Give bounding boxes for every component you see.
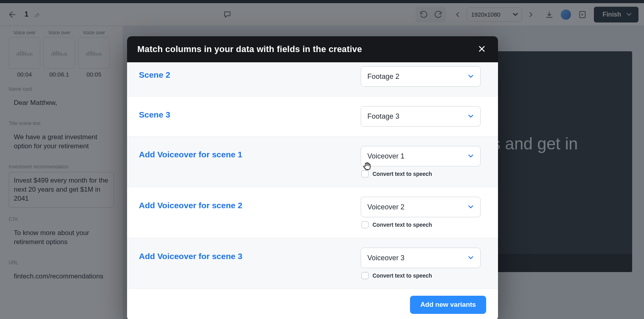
column-select-value: Voiceover 1	[367, 152, 404, 160]
column-select[interactable]: Voiceover 1	[361, 146, 481, 166]
mapping-row-controls: Voiceover 2Convert text to speech	[361, 197, 481, 228]
field-label: Add Voiceover for scene 3	[139, 248, 242, 261]
tts-label: Convert text to speech	[373, 272, 432, 279]
chevron-down-icon	[468, 205, 474, 209]
tts-checkbox[interactable]	[361, 221, 369, 228]
field-label: Scene 2	[139, 66, 170, 80]
tts-checkbox[interactable]	[361, 272, 369, 279]
mapping-row: Add Voiceover for scene 3Voiceover 3Conv…	[127, 238, 498, 289]
field-label: Add Voiceover for scene 2	[139, 197, 242, 210]
tts-option: Convert text to speech	[361, 221, 432, 228]
field-label: Add Voiceover for scene 1	[139, 146, 242, 159]
mapping-row: Add Voiceover for scene 2Voiceover 2Conv…	[127, 187, 498, 238]
column-select[interactable]: Footage 2	[361, 66, 481, 87]
add-new-variants-button[interactable]: Add new variants	[410, 296, 486, 314]
tts-option: Convert text to speech	[361, 170, 432, 177]
mapping-row-controls: Voiceover 1Convert text to speech	[361, 146, 481, 177]
chevron-down-icon	[468, 256, 474, 260]
column-select-value: Voiceover 2	[367, 203, 404, 211]
chevron-down-icon	[468, 115, 474, 118]
column-select[interactable]: Voiceover 2	[361, 197, 481, 217]
mapping-row: Scene 3Footage 3	[127, 96, 498, 136]
mapping-row-controls: Footage 3	[361, 106, 481, 127]
column-mapping-modal: Match columns in your data with fields i…	[127, 36, 498, 319]
tts-option: Convert text to speech	[361, 272, 432, 279]
column-select-value: Footage 3	[367, 112, 399, 121]
mapping-rows[interactable]: Scene 2Footage 2Scene 3Footage 3Add Voic…	[127, 62, 498, 289]
modal-body: Scene 2Footage 2Scene 3Footage 3Add Voic…	[127, 62, 498, 289]
chevron-down-icon	[468, 75, 474, 78]
column-select-value: Voiceover 3	[367, 254, 404, 262]
modal-title: Match columns in your data with fields i…	[137, 44, 362, 54]
mapping-row: Scene 2Footage 2	[127, 62, 498, 96]
column-select[interactable]: Voiceover 3	[361, 248, 481, 268]
mapping-row-controls: Voiceover 3Convert text to speech	[361, 248, 481, 279]
tts-label: Convert text to speech	[373, 222, 432, 228]
modal-header: Match columns in your data with fields i…	[127, 36, 498, 62]
field-label: Scene 3	[139, 106, 170, 119]
tts-label: Convert text to speech	[373, 171, 432, 177]
chevron-down-icon	[468, 155, 474, 158]
mapping-row-controls: Footage 2	[361, 66, 481, 87]
column-select[interactable]: Footage 3	[361, 106, 481, 127]
mapping-row: Add Voiceover for scene 1Voiceover 1Conv…	[127, 136, 498, 187]
close-button[interactable]	[477, 44, 488, 55]
tts-checkbox[interactable]	[361, 170, 369, 177]
column-select-value: Footage 2	[367, 73, 399, 81]
modal-footer: Add new variants	[127, 289, 498, 319]
